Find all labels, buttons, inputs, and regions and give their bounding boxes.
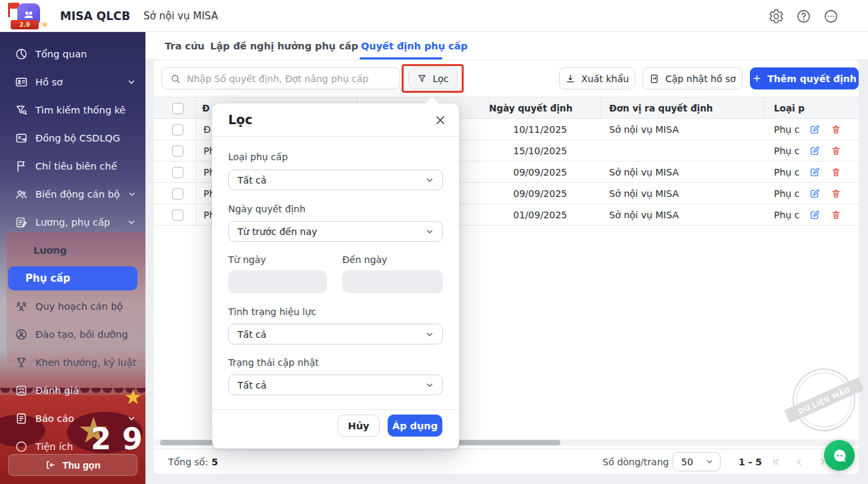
table-footer: Tổng số:5 Số dòng/trang 50 1 - 5 <box>153 449 859 474</box>
sidebar-item-ho-so[interactable]: Hồ sơ <box>0 68 145 96</box>
sidebar-item-dong-bo-csdlqg[interactable]: Đồng bộ CSDLQG <box>0 124 145 152</box>
cell-allowance-type: Phụ c <box>774 119 799 140</box>
cell-issuing-unit: Sở nội vụ MISA <box>609 119 679 140</box>
filter-button[interactable]: Lọc <box>408 67 458 89</box>
trash-icon[interactable] <box>831 167 841 178</box>
row-checkbox[interactable] <box>172 124 183 136</box>
allowance-type-select[interactable]: Tất cả <box>228 170 443 190</box>
chevron-down-icon <box>127 190 136 199</box>
trash-icon[interactable] <box>831 124 841 135</box>
sidebar-item-danh-gia[interactable]: Đánh giá <box>0 377 145 405</box>
update-records-button[interactable]: Cập nhật hồ sơ <box>642 67 743 89</box>
cell-allowance-type: Phụ c <box>774 140 799 162</box>
update-status-select[interactable]: Tất cả <box>228 375 443 395</box>
plus-icon <box>752 73 762 83</box>
active-tab-indicator <box>360 57 442 59</box>
version-badge: 2.9 <box>11 20 39 29</box>
cell-decision-date: 01/09/2025 <box>489 204 567 226</box>
select-all-checkbox[interactable] <box>172 103 183 114</box>
apply-button[interactable]: Áp dụng <box>388 415 442 437</box>
row-checkbox[interactable] <box>172 188 183 200</box>
validity-status-label: Tình trạng hiệu lực <box>228 306 316 317</box>
total-count: Tổng số:5 <box>168 449 218 475</box>
tab-quyet-dinh-phu-cap[interactable]: Quyết định phụ cấp <box>361 32 468 60</box>
rows-per-page-select[interactable]: 50 <box>673 452 721 471</box>
validity-status-select[interactable]: Tất cả <box>228 324 443 344</box>
funnel-search-icon <box>15 103 28 117</box>
sidebar-item-tim-kiem-thong-ke[interactable]: Tìm kiếm thống kê <box>0 96 145 124</box>
collapse-sidebar-button[interactable]: Thu gọn <box>8 454 137 476</box>
sidebar-subitem-luong[interactable]: Lương <box>0 236 145 264</box>
decision-date-select[interactable]: Từ trước đến nay <box>228 221 443 242</box>
app-logo: 2.9 ★ <box>8 3 47 29</box>
sidebar-item-quy-hoach-can-bo[interactable]: Quy hoạch cán bộ <box>0 292 145 320</box>
trophy-icon <box>15 356 28 369</box>
column-divider <box>195 162 196 183</box>
column-divider <box>195 119 196 140</box>
edit-pencil-icon[interactable] <box>809 146 820 156</box>
cell-name: Đ <box>203 119 211 140</box>
sidebar-subitem-phu-cap[interactable]: Phụ cấp <box>0 264 145 292</box>
trash-icon[interactable] <box>831 146 841 156</box>
checklist-icon <box>15 384 28 397</box>
row-checkbox[interactable] <box>172 146 183 157</box>
chat-support-button[interactable] <box>824 440 855 471</box>
add-decision-button[interactable]: Thêm quyết định <box>750 67 859 89</box>
sidebar-item-bao-cao[interactable]: Báo cáo <box>0 405 145 433</box>
cell-decision-date: 10/11/2025 <box>489 119 567 140</box>
edit-pencil-icon[interactable] <box>809 124 820 135</box>
cancel-button[interactable]: Hủy <box>338 415 380 437</box>
chevron-down-icon <box>127 77 136 87</box>
star-icon: ★ <box>41 20 49 29</box>
search-icon <box>170 73 181 84</box>
trash-icon[interactable] <box>831 188 841 199</box>
tab-lap-de-nghi[interactable]: Lập đề nghị hưởng phụ cấp <box>210 32 358 60</box>
document-refresh-icon <box>649 73 660 84</box>
sidebar-item-chi-tieu-bien-che[interactable]: Chỉ tiêu biên chế <box>0 152 145 180</box>
to-date-input[interactable] <box>342 270 443 293</box>
tab-tra-cuu[interactable]: Tra cứu <box>165 32 205 60</box>
sidebar-item-khen-thuong-ky-luat[interactable]: Khen thưởng, kỷ luật <box>0 348 145 377</box>
topbar-actions <box>769 0 839 32</box>
edit-pencil-icon[interactable] <box>809 167 820 178</box>
search-input[interactable] <box>187 73 393 84</box>
tab-bar: Tra cứu Lập đề nghị hưởng phụ cấp Quyết … <box>145 32 868 60</box>
allowance-type-label: Loại phụ cấp <box>228 152 288 162</box>
column-header-don-vi[interactable]: Đơn vị ra quyết định <box>609 97 713 119</box>
from-date-input[interactable] <box>228 270 327 293</box>
flag-decoration-icon <box>8 3 10 17</box>
sidebar-item-bien-dong-can-bo[interactable]: Biến động cán bộ <box>0 180 145 208</box>
column-divider <box>195 204 196 226</box>
sidebar-item-luong-phu-cap[interactable]: Lương, phụ cấp <box>0 208 145 236</box>
sidebar-item-dao-tao-boi-duong[interactable]: Đào tạo, bồi dưỡng <box>0 320 145 348</box>
chevron-down-icon <box>705 457 714 466</box>
organization-name: Sở nội vụ MISA <box>143 0 218 32</box>
settings-icon[interactable] <box>769 9 784 24</box>
chat-bubble-icon <box>831 447 849 465</box>
row-checkbox[interactable] <box>172 167 183 178</box>
filter-popup: Lọc Loại phụ cấp Tất cả Ngày quyết định … <box>212 103 459 449</box>
help-icon[interactable] <box>796 9 811 24</box>
column-header-dot-nang[interactable]: Đ <box>202 97 209 119</box>
cell-allowance-type: Phụ c <box>774 183 799 204</box>
column-header-loai-phu-cap[interactable]: Loại p <box>774 97 805 119</box>
trash-icon[interactable] <box>831 210 841 220</box>
salary-note-icon <box>15 216 28 229</box>
column-divider <box>600 97 601 119</box>
close-icon[interactable] <box>434 113 447 127</box>
popup-title: Lọc <box>228 112 252 127</box>
export-button[interactable]: Xuất khẩu <box>559 67 635 89</box>
download-icon <box>565 73 576 84</box>
more-icon[interactable] <box>823 9 839 24</box>
cell-decision-date: 09/09/2025 <box>489 162 567 183</box>
prev-page-icon[interactable] <box>794 457 805 467</box>
edit-pencil-icon[interactable] <box>809 210 820 220</box>
sample-data-watermark: DỮ LIỆU MẪU <box>783 358 865 441</box>
column-header-ngay-quyet-dinh[interactable]: Ngày quyết định <box>489 97 567 119</box>
row-checkbox[interactable] <box>172 210 183 221</box>
app-window: 2.9 ★ MISA QLCB Sở nội vụ MISA ★ ★ 2 9 T… <box>0 0 868 484</box>
first-page-icon[interactable] <box>771 457 781 467</box>
cell-issuing-unit: Sở nội vụ MISA <box>609 183 679 204</box>
edit-pencil-icon[interactable] <box>809 188 820 199</box>
sidebar-item-tong-quan[interactable]: Tổng quan <box>0 40 145 68</box>
